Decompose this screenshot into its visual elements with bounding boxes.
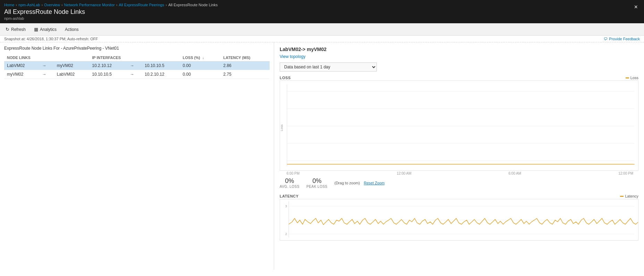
- left-panel: ExpressRoute Node Links For - AzurePriva…: [0, 42, 274, 270]
- detail-title: LabVM02-> myVM02: [280, 47, 638, 52]
- svg-text:3: 3: [285, 204, 287, 208]
- avg-loss-stat: 0% AVG. LOSS: [280, 177, 299, 189]
- provide-feedback-link[interactable]: 🗩 Provide Feedback: [604, 37, 640, 41]
- loss-title: LOSS: [280, 76, 291, 80]
- breadcrumb: Home › npm-AshLab › Overview › Network P…: [4, 3, 218, 8]
- analytics-label: Analytics: [40, 27, 57, 32]
- to-ip: 10.2.10.12: [142, 70, 180, 79]
- loss-chart-section: LOSS Loss: [280, 76, 638, 189]
- feedback-icon: 🗩: [604, 37, 608, 41]
- drag-zoom-text: (Drag to zoom): [334, 181, 360, 185]
- peak-loss-stat: 0% PEAK LOSS: [306, 177, 328, 189]
- to-ip: 10.10.10.5: [142, 61, 180, 70]
- breadcrumb-all-peerings[interactable]: All ExpressRoute Peerings: [119, 3, 164, 7]
- latency-value: 2.86: [221, 61, 270, 70]
- refresh-label: Refresh: [11, 27, 26, 32]
- latency-legend: Latency: [620, 194, 638, 198]
- latency-title: LATENCY: [280, 194, 299, 198]
- breadcrumb-npm[interactable]: npm-AshLab: [18, 3, 40, 7]
- page-subtitle: npm-ashlab: [4, 16, 218, 20]
- arrow-right-ip: →: [127, 61, 142, 70]
- breadcrumb-home[interactable]: Home: [4, 3, 14, 7]
- toolbar: ↻ Refresh ▦ Analytics Actions: [0, 23, 644, 36]
- table-row[interactable]: myVM02 → LabVM02 10.10.10.5 → 10.2.10.12…: [4, 70, 270, 79]
- table-row[interactable]: LabVM02 → myVM02 10.2.10.12 → 10.10.10.5…: [4, 61, 270, 70]
- from-ip: 10.10.10.5: [89, 70, 127, 79]
- refresh-icon: ↻: [6, 27, 9, 32]
- latency-legend-label: Latency: [625, 194, 638, 198]
- to-node: myVM02: [54, 61, 90, 70]
- svg-text:Loss: Loss: [280, 124, 283, 131]
- loss-stats: 0% AVG. LOSS 0% PEAK LOSS (Drag to zoom)…: [280, 177, 638, 189]
- loss-sort-icon: ↓: [202, 56, 204, 60]
- loss-legend: Loss: [626, 76, 638, 80]
- actions-label: Actions: [65, 27, 78, 32]
- title-bar: Home › npm-AshLab › Overview › Network P…: [0, 0, 644, 23]
- avg-loss-label: AVG. LOSS: [280, 185, 299, 189]
- breadcrumb-overview[interactable]: Overview: [44, 3, 60, 7]
- from-node: LabVM02: [4, 61, 40, 70]
- main-layout: ExpressRoute Node Links For - AzurePriva…: [0, 42, 644, 270]
- to-node: LabVM02: [54, 70, 90, 79]
- actions-button[interactable]: Actions: [63, 26, 80, 33]
- from-ip: 10.2.10.12: [89, 61, 127, 70]
- arrow-right-ip: →: [127, 70, 142, 79]
- latency-value: 2.75: [221, 70, 270, 79]
- loss-chart-svg: Loss: [280, 81, 638, 171]
- loss-legend-label: Loss: [630, 76, 638, 80]
- zoom-controls: (Drag to zoom) Reset Zoom: [334, 181, 385, 185]
- breadcrumb-current: All ExpressRoute Node Links: [168, 3, 218, 7]
- reset-zoom-link[interactable]: Reset Zoom: [364, 181, 384, 185]
- from-node: myVM02: [4, 70, 40, 79]
- avg-loss-value: 0%: [280, 177, 299, 185]
- loss-value: 0.00: [180, 61, 221, 70]
- section-title: ExpressRoute Node Links For - AzurePriva…: [4, 46, 270, 51]
- node-links-table: NODE LINKS IP INTERFACES LOSS (%) ↓ LATE…: [4, 54, 270, 79]
- right-panel: LabVM02-> myVM02 View topology Data base…: [274, 42, 644, 270]
- col-loss: LOSS (%) ↓: [180, 54, 221, 61]
- peak-loss-value: 0%: [306, 177, 328, 185]
- analytics-button[interactable]: ▦ Analytics: [33, 26, 58, 33]
- loss-value: 0.00: [180, 70, 221, 79]
- peak-loss-label: PEAK LOSS: [306, 185, 328, 189]
- col-ip-interfaces: IP INTERFACES: [89, 54, 180, 61]
- col-latency: LATENCY (MS): [221, 54, 270, 61]
- refresh-button[interactable]: ↻ Refresh: [4, 26, 27, 33]
- close-button[interactable]: ×: [632, 3, 640, 11]
- arrow-right: →: [40, 61, 54, 70]
- snapshot-bar: Snapshot at: 4/26/2018, 1:30:37 PM; Auto…: [0, 36, 644, 42]
- view-topology-link[interactable]: View topology: [280, 54, 306, 59]
- loss-chart-container: Loss: [280, 81, 638, 171]
- latency-chart-container: 3 2: [280, 199, 638, 241]
- col-node-links: NODE LINKS: [4, 54, 89, 61]
- arrow-right: →: [40, 70, 54, 79]
- analytics-icon: ▦: [34, 27, 38, 32]
- loss-legend-color: [626, 77, 629, 78]
- page-title: All ExpressRoute Node Links: [4, 8, 218, 16]
- feedback-label: Provide Feedback: [609, 37, 640, 41]
- breadcrumb-npm-monitor[interactable]: Network Performance Monitor: [64, 3, 115, 7]
- loss-x-axis: 6:00 PM 12:00 AM 6:00 AM 12:00 PM: [280, 172, 638, 175]
- latency-chart-svg: 3 2: [280, 199, 638, 241]
- snapshot-text: Snapshot at: 4/26/2018, 1:30:37 PM; Auto…: [4, 37, 98, 41]
- svg-text:2: 2: [285, 232, 287, 236]
- time-range-select[interactable]: Data based on last 1 dayData based on la…: [280, 62, 377, 72]
- latency-chart-section: LATENCY Latency 3 2: [280, 194, 638, 241]
- latency-legend-color: [620, 196, 624, 197]
